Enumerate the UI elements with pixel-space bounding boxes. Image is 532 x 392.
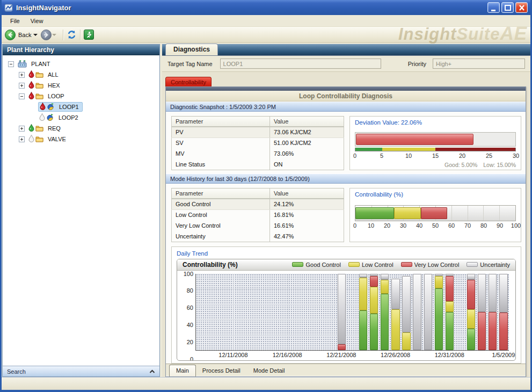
- legend-swatch: [348, 262, 360, 267]
- trend-bar-segment-very-low-control: [446, 276, 454, 301]
- close-button[interactable]: [515, 2, 528, 13]
- x-tick-label: 12/11/2008: [218, 352, 247, 358]
- trend-bar-segment-good-control: [446, 312, 454, 350]
- tab-mode-detail[interactable]: Mode Detail: [247, 365, 291, 376]
- expand-plus-icon[interactable]: [19, 72, 25, 78]
- snapshot-header: Diagnostic Snapshot : 1/5/2009 3:20 PM: [166, 101, 526, 112]
- minimize-button[interactable]: [487, 2, 500, 13]
- tree-item-label: HEX: [46, 82, 62, 89]
- mode-history-section: ParameterValueGood Control24.12%Low Cont…: [166, 184, 526, 245]
- table-cell: PV: [172, 127, 270, 137]
- exit-run-button[interactable]: [84, 30, 94, 40]
- refresh-icon[interactable]: [67, 30, 77, 40]
- tree-item-icons: [28, 135, 43, 143]
- menu-file[interactable]: File: [6, 16, 24, 26]
- trend-bar-segment-good-control: [467, 329, 475, 350]
- search-bar[interactable]: Search: [3, 366, 159, 376]
- trend-bar-segment-very-low-control: [370, 276, 378, 287]
- status-drop-icon-green: [28, 124, 34, 133]
- forward-dropdown-icon[interactable]: [52, 34, 56, 36]
- plot-vline: [234, 274, 234, 351]
- plot-gridline: [196, 304, 509, 305]
- forward-arrow-icon: [43, 32, 49, 38]
- y-tick-label: 80: [187, 287, 193, 294]
- trend-bar-segment-very-low-control: [467, 280, 475, 310]
- back-dropdown-icon[interactable]: [33, 34, 38, 36]
- trend-bar-segment-uncertainty: [359, 274, 367, 278]
- axis-tick-label: 5: [380, 153, 383, 159]
- tab-main[interactable]: Main: [169, 365, 196, 376]
- trend-bar-segment-uncertainty: [338, 274, 346, 344]
- tree-item-loop[interactable]: LOOP: [3, 91, 159, 101]
- tree-item-valve[interactable]: VALVE: [3, 134, 159, 144]
- legend-swatch: [467, 262, 478, 267]
- table-cell: Low Control: [172, 209, 270, 220]
- expand-plus-icon[interactable]: [19, 83, 25, 89]
- trend-plot-area: [195, 274, 509, 351]
- plant-hierarchy-panel: Plant Hierarchy PLANTALLHEXLOOPLOOP1LOOP…: [2, 44, 160, 377]
- tree-item-plant[interactable]: PLANT: [3, 59, 159, 69]
- tree-item-label: REQ: [46, 125, 63, 132]
- expand-plus-icon[interactable]: [19, 126, 25, 132]
- forward-button[interactable]: [41, 30, 52, 40]
- segment-good-control: [355, 207, 394, 219]
- tab-diagnostics[interactable]: Diagnostics: [165, 43, 218, 55]
- menu-view[interactable]: View: [26, 16, 48, 26]
- daily-trend-label: Daily Trend: [177, 250, 516, 257]
- legend-swatch: [401, 262, 412, 267]
- plant-icon: [18, 60, 27, 69]
- trend-chart-header: Controllability (%) Good ControlLow Cont…: [177, 259, 515, 271]
- tree-item-content: PLANT: [17, 60, 53, 69]
- loop-icon: [46, 113, 54, 122]
- loop-icon: [47, 103, 55, 111]
- folder-icon: [35, 135, 43, 143]
- tree-item-loop2[interactable]: LOOP2: [3, 112, 159, 123]
- bar-gridline: [499, 206, 500, 221]
- back-button-label[interactable]: Back: [18, 32, 31, 38]
- tab-process-detail[interactable]: Process Detail: [196, 365, 247, 376]
- trend-bar-segment-uncertainty: [402, 276, 410, 332]
- plant-hierarchy-header: Plant Hierarchy: [3, 45, 159, 55]
- tree-item-icons: [40, 103, 55, 111]
- tree-item-label: VALVE: [46, 135, 68, 143]
- table-cell: 51.00 KJ/CM2: [269, 137, 344, 148]
- tree-item-loop1[interactable]: LOOP1: [3, 101, 159, 112]
- legend-label: Very Low Control: [414, 262, 460, 268]
- axis-tick-label: 0: [353, 153, 356, 159]
- plot-vline: [288, 274, 288, 351]
- tree-item-label: PLANT: [29, 60, 52, 68]
- deviation-label: Deviation Value: 22.06%: [355, 119, 516, 126]
- expand-plus-icon[interactable]: [19, 136, 25, 142]
- chevron-up-icon[interactable]: [149, 369, 155, 374]
- table-cell: SV: [172, 137, 270, 148]
- toolbar: Back InsightSuiteAE: [2, 27, 530, 43]
- trend-bar-segment-low-control: [370, 287, 378, 314]
- tree-item-req[interactable]: REQ: [3, 123, 159, 134]
- table-cell: Good Control: [172, 199, 270, 209]
- collapse-minus-icon[interactable]: [8, 61, 14, 67]
- maximize-button[interactable]: [501, 2, 514, 13]
- priority-label: Priority: [408, 61, 426, 67]
- axis-tick-label: 20: [384, 222, 390, 229]
- menu-bar: File View: [2, 15, 530, 27]
- priority-input[interactable]: [433, 59, 525, 69]
- plot-gridline: [196, 274, 509, 274]
- tree-item-label: ALL: [46, 71, 61, 78]
- tree-item-all[interactable]: ALL: [3, 69, 159, 80]
- tree-item-label: LOOP2: [56, 114, 81, 121]
- controllability-label: Controllability (%): [355, 191, 516, 198]
- back-button[interactable]: [5, 30, 16, 40]
- table-row: SV51.00 KJ/CM2: [172, 137, 344, 148]
- tab-controllability[interactable]: Controllability: [165, 77, 212, 86]
- tree-item-hex[interactable]: HEX: [3, 80, 159, 91]
- trend-x-axis: 12/11/200812/16/200812/21/200812/26/2008…: [195, 351, 509, 359]
- target-tag-input[interactable]: [220, 59, 381, 69]
- deviation-thresholds: Good: 5.00% Low: 15.00%: [355, 162, 516, 168]
- collapse-minus-icon[interactable]: [19, 93, 25, 99]
- controllability-axis: 0102030405060708090100: [355, 222, 516, 229]
- deviation-bar: [356, 134, 473, 145]
- diagnostics-tab-bar: Diagnostics: [162, 44, 530, 56]
- table-header-cell: Parameter: [172, 117, 270, 127]
- daily-trend-section: Daily Trend Controllability (%) Good Con…: [166, 245, 526, 364]
- table-cell: Very Low Control: [172, 220, 270, 231]
